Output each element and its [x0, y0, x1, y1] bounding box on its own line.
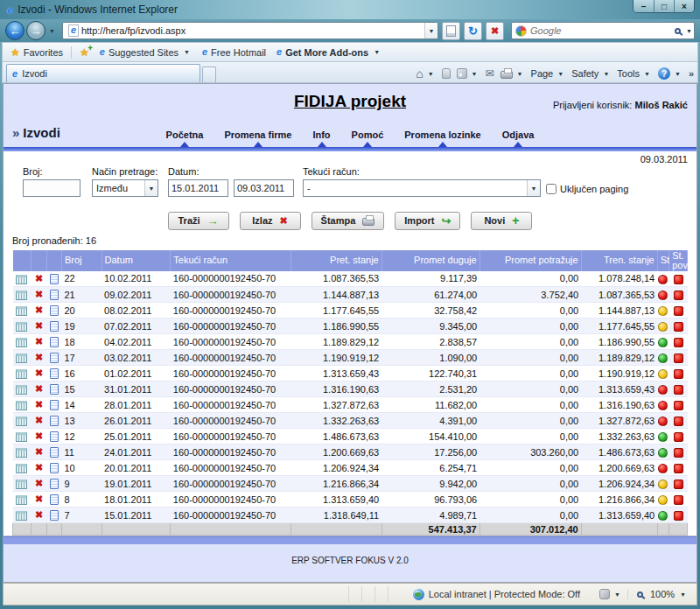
nacin-pretrage-select[interactable]: Između ▼ [92, 179, 158, 197]
delete-x-icon[interactable]: ✖ [35, 273, 43, 284]
get-addons-link[interactable]: e Get More Add-ons ▼ [274, 46, 384, 59]
detail-grid-icon[interactable] [16, 306, 27, 316]
compatibility-view-button[interactable] [442, 22, 460, 40]
overflow-chevron-icon[interactable]: » [689, 68, 694, 79]
izlaz-button[interactable]: Izlaz✖ [240, 212, 301, 230]
detail-grid-icon[interactable] [16, 495, 27, 505]
search-box[interactable]: ▼ [511, 22, 695, 39]
home-button[interactable]: ⌂▼ [416, 67, 435, 80]
document-icon[interactable] [50, 400, 59, 410]
feeds-button[interactable]: ▼ [457, 68, 480, 79]
detail-grid-icon[interactable] [16, 432, 27, 442]
address-bar[interactable]: e ▼ [62, 22, 438, 39]
delete-x-icon[interactable]: ✖ [35, 289, 43, 299]
import-button[interactable]: Import↪ [395, 212, 460, 230]
document-icon[interactable] [50, 274, 59, 284]
document-icon[interactable] [50, 305, 59, 316]
delete-x-icon[interactable]: ✖ [35, 446, 43, 457]
novi-button[interactable]: Novi+ [471, 212, 532, 230]
favorites-button[interactable]: ★ Favorites [8, 46, 66, 60]
search-dropdown-icon[interactable]: ▼ [684, 28, 694, 34]
menu-item[interactable]: Odjava [502, 130, 535, 147]
address-dropdown-icon[interactable]: ▼ [424, 23, 438, 38]
delete-x-icon[interactable]: ✖ [35, 383, 43, 394]
document-icon[interactable] [50, 431, 59, 442]
menu-item[interactable]: Početna [166, 130, 204, 147]
detail-grid-icon[interactable] [16, 369, 27, 379]
search-input[interactable] [530, 25, 671, 36]
broj-input[interactable] [23, 179, 80, 197]
page-menu[interactable]: Page▼ [531, 68, 566, 79]
delete-x-icon[interactable]: ✖ [35, 399, 43, 410]
document-icon[interactable] [50, 337, 59, 347]
tekuci-racun-select[interactable]: - ▼ [303, 179, 541, 197]
address-input[interactable] [81, 25, 424, 36]
document-icon[interactable] [50, 416, 59, 426]
minimize-button[interactable]: – [634, 0, 654, 12]
history-dropdown-icon[interactable]: ▼ [47, 28, 57, 34]
detail-grid-icon[interactable] [16, 416, 27, 426]
menu-item[interactable]: Pomoć [352, 130, 384, 147]
document-icon[interactable] [50, 384, 59, 395]
document-icon[interactable] [50, 321, 59, 332]
detail-grid-icon[interactable] [16, 511, 27, 521]
add-favorite-button[interactable]: ★ [77, 46, 92, 60]
stampa-button[interactable]: Štampa [312, 212, 385, 230]
refresh-button[interactable]: ↻ [464, 22, 482, 40]
back-button[interactable]: ← [5, 21, 24, 40]
detail-grid-icon[interactable] [16, 290, 27, 300]
detail-grid-icon[interactable] [16, 275, 27, 284]
detail-grid-icon[interactable] [16, 448, 27, 458]
detail-grid-icon[interactable] [16, 338, 27, 347]
tools-menu[interactable]: Tools▼ [617, 68, 652, 79]
close-button[interactable]: × [674, 0, 694, 12]
delete-x-icon[interactable]: ✖ [35, 509, 43, 520]
safety-menu[interactable]: Safety▼ [571, 68, 611, 79]
datum-to-input[interactable] [234, 179, 294, 197]
help-menu[interactable]: ?▼ [658, 67, 682, 80]
zoom-control[interactable]: 100% ▼ [627, 589, 693, 599]
delete-x-icon[interactable]: ✖ [35, 415, 43, 425]
document-icon[interactable] [50, 290, 59, 300]
delete-x-icon[interactable]: ✖ [35, 368, 43, 378]
document-icon[interactable] [50, 494, 59, 505]
forward-button[interactable]: → [26, 21, 46, 40]
document-icon[interactable] [50, 463, 59, 473]
delete-x-icon[interactable]: ✖ [35, 462, 43, 472]
document-icon[interactable] [50, 368, 59, 379]
stop-button[interactable]: ✖ [486, 22, 504, 40]
trazi-button[interactable]: Traži→ [168, 212, 229, 230]
menu-item[interactable]: Promena firme [224, 130, 291, 147]
menu-item[interactable]: Promena lozinke [404, 130, 480, 147]
delete-x-icon[interactable]: ✖ [35, 352, 43, 362]
free-hotmail-link[interactable]: e Free Hotmail [200, 46, 269, 59]
new-tab-button[interactable] [202, 66, 216, 82]
tab-izvodi[interactable]: e Izvodi [6, 64, 200, 82]
read-mail-icon[interactable]: ✉ [486, 68, 494, 79]
document-icon[interactable] [50, 510, 59, 521]
smartscreen-button[interactable]: ▼ [599, 589, 622, 599]
delete-x-icon[interactable]: ✖ [35, 304, 43, 315]
detail-grid-icon[interactable] [16, 385, 27, 395]
detail-grid-icon[interactable] [16, 480, 27, 489]
print-button[interactable]: ▼ [500, 68, 525, 79]
delete-x-icon[interactable]: ✖ [35, 478, 43, 488]
delete-x-icon[interactable]: ✖ [35, 320, 43, 331]
delete-x-icon[interactable]: ✖ [35, 430, 43, 441]
detail-grid-icon[interactable] [16, 464, 27, 473]
suggested-sites-link[interactable]: e Suggested Sites ▼ [97, 46, 194, 59]
detail-grid-icon[interactable] [16, 322, 27, 332]
search-icon[interactable] [675, 28, 681, 34]
maximize-button[interactable]: □ [654, 0, 674, 12]
datum-from-input[interactable] [168, 179, 228, 197]
menu-item[interactable]: Info [312, 130, 330, 147]
document-icon[interactable] [50, 353, 59, 363]
detail-grid-icon[interactable] [16, 354, 27, 363]
delete-x-icon[interactable]: ✖ [35, 336, 43, 346]
document-icon[interactable] [50, 447, 59, 458]
detail-grid-icon[interactable] [16, 401, 27, 410]
paging-checkbox[interactable] [546, 184, 556, 194]
delete-x-icon[interactable]: ✖ [35, 494, 43, 504]
document-icon[interactable] [50, 479, 59, 489]
hand-icon[interactable] [442, 68, 451, 79]
